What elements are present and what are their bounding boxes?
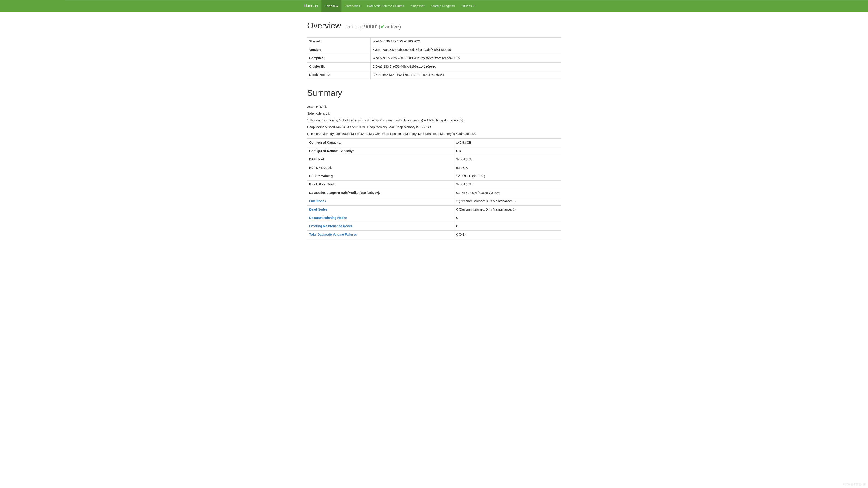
table-row: Cluster ID:CID-a3f233f3-a653-46bf-b21f-8… xyxy=(307,62,561,71)
summary-label: DataNodes usages% (Min/Median/Max/stdDev… xyxy=(307,189,454,197)
summary-table: Configured Capacity:140.88 GBConfigured … xyxy=(307,138,561,239)
summary-line: Security is off. xyxy=(307,105,561,109)
info-value: CID-a3f233f3-a653-46bf-b21f-8ab141e0eeec xyxy=(371,62,561,71)
table-row: Block Pool Used:24 KB (0%) xyxy=(307,180,561,189)
summary-text-block: Security is off.Safemode is off.1 files … xyxy=(307,105,561,136)
summary-link[interactable]: Total Datanode Volume Failures xyxy=(309,233,357,236)
summary-link[interactable]: Decommissioning Nodes xyxy=(309,216,347,220)
summary-value: 0 (0 B) xyxy=(454,230,561,239)
overview-title: Overview xyxy=(307,21,341,30)
table-row: Live Nodes1 (Decommissioned: 0, In Maint… xyxy=(307,197,561,205)
summary-line: Non Heap Memory used 50.14 MB of 52.19 M… xyxy=(307,132,561,136)
info-label: Compiled: xyxy=(307,54,371,62)
tab-overview[interactable]: Overview xyxy=(321,0,341,12)
overview-subtitle: 'hadoop:9000' (✔active) xyxy=(343,24,401,30)
page-title: Overview 'hadoop:9000' (✔active) xyxy=(307,21,561,31)
summary-label: Configured Capacity: xyxy=(307,138,454,147)
summary-value: 0 B xyxy=(454,147,561,155)
info-label: Cluster ID: xyxy=(307,62,371,71)
nav-tabs: Overview Datanodes Datanode Volume Failu… xyxy=(321,0,478,12)
table-row: Total Datanode Volume Failures0 (0 B) xyxy=(307,230,561,239)
summary-title: Summary xyxy=(307,88,561,98)
summary-label: Non DFS Used: xyxy=(307,164,454,172)
summary-value: 5.36 GB xyxy=(454,164,561,172)
summary-link[interactable]: Dead Nodes xyxy=(309,207,328,211)
table-row: Configured Remote Capacity:0 B xyxy=(307,147,561,155)
info-value: Wed Aug 30 13:41:25 +0800 2023 xyxy=(371,37,561,46)
info-label: Block Pool ID: xyxy=(307,71,371,79)
summary-line: Safemode is off. xyxy=(307,111,561,116)
summary-value: 1 (Decommissioned: 0, In Maintenance: 0) xyxy=(454,197,561,205)
summary-header: Summary xyxy=(307,88,561,100)
summary-label: Block Pool Used: xyxy=(307,180,454,189)
table-row: Started:Wed Aug 30 13:41:25 +0800 2023 xyxy=(307,37,561,46)
info-label: Version: xyxy=(307,46,371,54)
summary-value: 0 xyxy=(454,214,561,222)
summary-value: 24 KB (0%) xyxy=(454,180,561,189)
summary-line: 1 files and directories, 0 blocks (0 rep… xyxy=(307,118,561,123)
info-value: Wed Mar 15 23:56:00 +0800 2023 by stevel… xyxy=(371,54,561,62)
summary-value: 0 (Decommissioned: 0, In Maintenance: 0) xyxy=(454,205,561,214)
summary-label: Configured Remote Capacity: xyxy=(307,147,454,155)
overview-info-table: Started:Wed Aug 30 13:41:25 +0800 2023Ve… xyxy=(307,37,561,79)
summary-label-link: Live Nodes xyxy=(307,197,454,205)
tab-datanodes[interactable]: Datanodes xyxy=(341,0,364,12)
summary-value: 0.00% / 0.00% / 0.00% / 0.00% xyxy=(454,189,561,197)
summary-label-link: Dead Nodes xyxy=(307,205,454,214)
tab-datanode-volume-failures[interactable]: Datanode Volume Failures xyxy=(364,0,408,12)
tab-utilities-label: Utilities xyxy=(462,4,472,8)
overview-header: Overview 'hadoop:9000' (✔active) xyxy=(307,21,561,33)
summary-value: 24 KB (0%) xyxy=(454,155,561,164)
summary-link[interactable]: Live Nodes xyxy=(309,199,326,203)
table-row: Configured Capacity:140.88 GB xyxy=(307,138,561,147)
info-label: Started: xyxy=(307,37,371,46)
summary-line: Heap Memory used 146.54 MB of 310 MB Hea… xyxy=(307,125,561,129)
summary-value: 140.88 GB xyxy=(454,138,561,147)
info-value: 3.3.5, r706d88266abcee09ed78fbaa0ad5f74d… xyxy=(371,46,561,54)
table-row: Dead Nodes0 (Decommissioned: 0, In Maint… xyxy=(307,205,561,214)
table-row: Non DFS Used:5.36 GB xyxy=(307,164,561,172)
info-value: BP-2029564322-192.168.171.129-1693374079… xyxy=(371,71,561,79)
summary-link[interactable]: Entering Maintenance Nodes xyxy=(309,224,352,228)
summary-value: 0 xyxy=(454,222,561,230)
tab-snapshot[interactable]: Snapshot xyxy=(408,0,428,12)
summary-label-link: Total Datanode Volume Failures xyxy=(307,230,454,239)
table-row: Version:3.3.5, r706d88266abcee09ed78fbaa… xyxy=(307,46,561,54)
table-row: Compiled:Wed Mar 15 23:56:00 +0800 2023 … xyxy=(307,54,561,62)
tab-startup-progress[interactable]: Startup Progress xyxy=(428,0,458,12)
summary-value: 128.29 GB (91.06%) xyxy=(454,172,561,180)
table-row: Decommissioning Nodes0 xyxy=(307,214,561,222)
table-row: DataNodes usages% (Min/Median/Max/stdDev… xyxy=(307,189,561,197)
summary-label: DFS Remaining: xyxy=(307,172,454,180)
table-row: DFS Used:24 KB (0%) xyxy=(307,155,561,164)
table-row: DFS Remaining:128.29 GB (91.06%) xyxy=(307,172,561,180)
table-row: Entering Maintenance Nodes0 xyxy=(307,222,561,230)
chevron-down-icon xyxy=(473,6,475,6)
brand-link[interactable]: Hadoop xyxy=(304,0,321,12)
summary-label: DFS Used: xyxy=(307,155,454,164)
table-row: Block Pool ID:BP-2029564322-192.168.171.… xyxy=(307,71,561,79)
main-navbar: Hadoop Overview Datanodes Datanode Volum… xyxy=(0,0,868,12)
tab-utilities[interactable]: Utilities xyxy=(458,0,478,12)
summary-label-link: Decommissioning Nodes xyxy=(307,214,454,222)
check-icon: ✔ xyxy=(380,24,385,30)
summary-label-link: Entering Maintenance Nodes xyxy=(307,222,454,230)
